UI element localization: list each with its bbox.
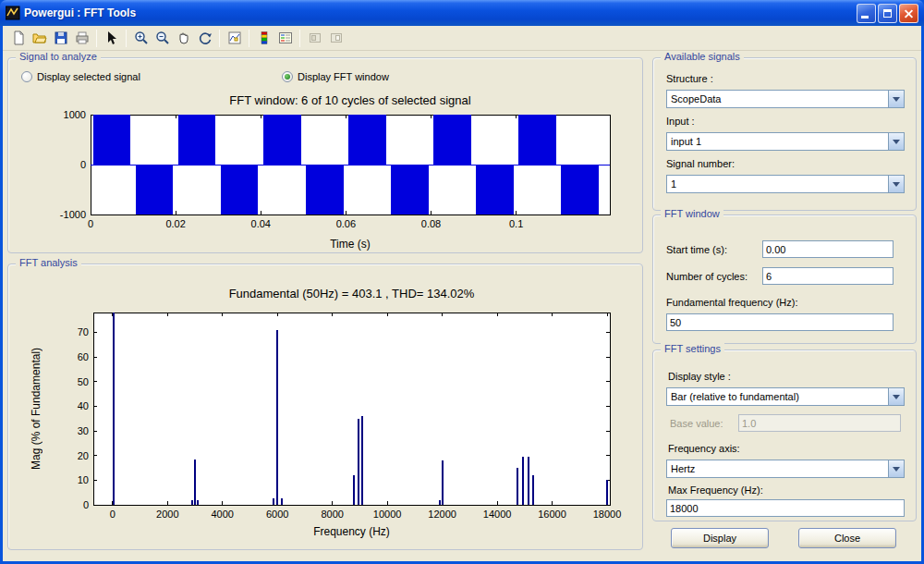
base-value-input bbox=[738, 414, 901, 432]
toolbar-separator bbox=[249, 30, 249, 47]
minimize-icon bbox=[861, 16, 869, 18]
y-tick-label: 10 bbox=[78, 474, 89, 485]
y-tick-label: 0 bbox=[80, 159, 86, 170]
x-tick-label: 0.08 bbox=[421, 218, 441, 229]
radio-label: Display selected signal bbox=[37, 71, 140, 82]
y-tick-label: 1000 bbox=[64, 110, 86, 120]
radio-icon[interactable] bbox=[21, 71, 32, 82]
signal-x-axis-label: Time (s) bbox=[91, 238, 610, 251]
group-title-fft-settings: FFT settings bbox=[661, 343, 724, 354]
open-folder-icon bbox=[32, 31, 47, 45]
input-select[interactable]: input 1 bbox=[666, 132, 905, 151]
signal-pulse bbox=[306, 165, 344, 215]
toolbar-separator bbox=[299, 30, 300, 47]
printer-icon bbox=[75, 31, 90, 45]
harmonic-bar bbox=[532, 475, 534, 505]
y-tick-label: 40 bbox=[78, 400, 89, 411]
harmonic-bar bbox=[353, 475, 355, 505]
x-tick-label: 0.06 bbox=[336, 218, 356, 229]
radio-display-selected-signal[interactable]: Display selected signal bbox=[21, 71, 140, 82]
show-plot-tools-icon bbox=[329, 31, 344, 45]
chevron-down-icon[interactable] bbox=[888, 388, 904, 405]
hide-plot-tools-icon bbox=[308, 31, 322, 45]
insert-legend-button[interactable] bbox=[274, 28, 296, 49]
max-frequency-label: Max Frequency (Hz): bbox=[668, 484, 763, 496]
group-title-signal-to-analyze: Signal to analyze bbox=[16, 51, 101, 62]
fundamental-frequency-input[interactable] bbox=[666, 313, 894, 331]
number-of-cycles-input[interactable] bbox=[762, 267, 894, 285]
fft-analysis-group: FFT analysis Fundamental (50Hz) = 403.1 … bbox=[7, 264, 643, 550]
x-tick-label: 0.1 bbox=[509, 218, 523, 229]
save-figure-button[interactable] bbox=[50, 28, 71, 49]
close-button[interactable]: Close bbox=[798, 528, 896, 548]
y-tick-label: -1000 bbox=[60, 209, 86, 220]
chevron-down-icon[interactable] bbox=[888, 176, 904, 192]
radio-icon[interactable] bbox=[282, 71, 293, 82]
radio-display-fft-window[interactable]: Display FFT window bbox=[282, 71, 389, 82]
window-title: Powergui : FFT Tools bbox=[24, 6, 857, 19]
signal-number-select[interactable]: 1 bbox=[666, 175, 905, 193]
data-cursor-button[interactable] bbox=[224, 28, 245, 49]
hide-plot-tools-button[interactable] bbox=[304, 28, 325, 49]
x-tick-label: 0.04 bbox=[251, 218, 271, 229]
title-bar[interactable]: Powergui : FFT Tools bbox=[0, 0, 924, 26]
new-document-button[interactable] bbox=[7, 28, 29, 49]
toolbar-separator bbox=[219, 30, 220, 47]
start-time-input[interactable] bbox=[762, 240, 894, 258]
zoom-in-icon bbox=[134, 31, 149, 45]
fft-spectrum-plot[interactable]: 0200040006000800010000120001400016000180… bbox=[8, 306, 644, 528]
print-figure-button[interactable] bbox=[71, 28, 92, 49]
harmonic-bar bbox=[273, 498, 274, 505]
frequency-axis-value: Hertz bbox=[671, 463, 885, 474]
signal-pulse bbox=[561, 165, 599, 215]
frequency-axis-select[interactable]: Hertz bbox=[666, 460, 905, 478]
chevron-down-icon[interactable] bbox=[888, 460, 904, 477]
edit-plot-button[interactable] bbox=[101, 28, 122, 49]
harmonic-bar bbox=[197, 500, 199, 505]
input-value: input 1 bbox=[671, 136, 885, 147]
max-frequency-input[interactable] bbox=[666, 499, 905, 517]
signal-plot[interactable]: 00.020.040.060.080.1-100001000 bbox=[8, 110, 644, 249]
x-tick-label: 6000 bbox=[266, 509, 288, 520]
harmonic-bar bbox=[191, 500, 193, 505]
pan-button[interactable] bbox=[173, 28, 194, 49]
hand-icon bbox=[176, 31, 191, 45]
close-window-button[interactable] bbox=[899, 4, 918, 23]
new-document-icon bbox=[11, 31, 26, 45]
input-label: Input : bbox=[666, 116, 695, 127]
structure-select[interactable]: ScopeData bbox=[666, 90, 905, 108]
fft-x-axis-label: Frequency (Hz) bbox=[93, 525, 610, 538]
signal-number-label: Signal number: bbox=[666, 158, 735, 169]
maximize-icon bbox=[883, 9, 892, 18]
toolbar-separator bbox=[126, 30, 127, 47]
zoom-in-button[interactable] bbox=[130, 28, 152, 49]
x-tick-label: 12000 bbox=[428, 509, 456, 520]
group-title-fft-window: FFT window bbox=[661, 208, 723, 219]
maximize-button[interactable] bbox=[878, 4, 897, 23]
signal-pulse bbox=[518, 115, 556, 165]
open-file-button[interactable] bbox=[29, 28, 50, 49]
start-time-label: Start time (s): bbox=[666, 244, 727, 255]
minimize-button[interactable] bbox=[857, 4, 876, 23]
harmonic-bar bbox=[276, 330, 278, 505]
signal-pulse bbox=[348, 115, 386, 165]
harmonic-bar bbox=[442, 460, 444, 505]
y-tick-label: 20 bbox=[78, 450, 89, 461]
zoom-out-button[interactable] bbox=[152, 28, 173, 49]
show-plot-tools-button[interactable] bbox=[325, 28, 346, 49]
display-style-label: Display style : bbox=[668, 371, 731, 382]
display-button[interactable]: Display bbox=[671, 528, 769, 548]
display-style-select[interactable]: Bar (relative to fundamental) bbox=[666, 387, 905, 406]
signal-pulse bbox=[433, 115, 471, 165]
chevron-down-icon[interactable] bbox=[888, 91, 904, 107]
structure-label: Structure : bbox=[666, 73, 713, 84]
harmonic-bar bbox=[439, 500, 441, 505]
signal-to-analyze-group: Signal to analyze Display selected signa… bbox=[7, 57, 643, 253]
x-tick-label: 16000 bbox=[538, 509, 566, 520]
insert-colorbar-button[interactable] bbox=[253, 28, 274, 49]
rotate-3d-button[interactable] bbox=[194, 28, 215, 49]
display-style-value: Bar (relative to fundamental) bbox=[671, 391, 885, 402]
group-title-fft-analysis: FFT analysis bbox=[16, 257, 81, 268]
chevron-down-icon[interactable] bbox=[888, 133, 904, 150]
toolbar-separator bbox=[96, 30, 97, 47]
